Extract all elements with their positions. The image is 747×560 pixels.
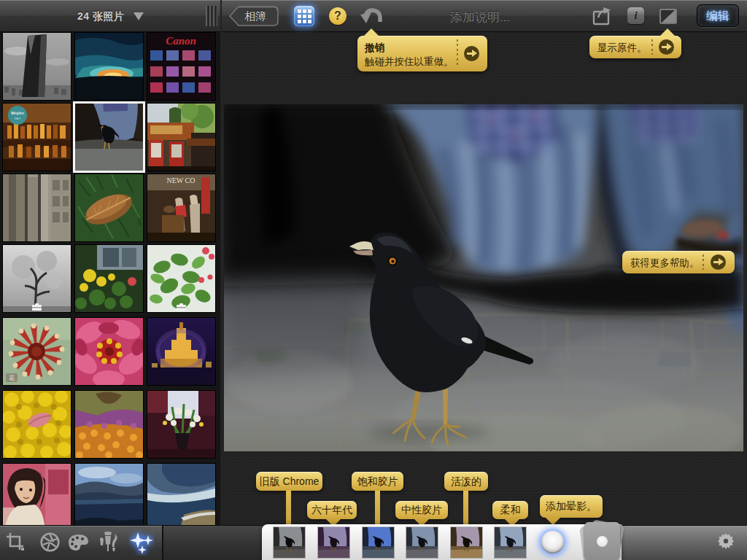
svg-text:Mojito: Mojito: [11, 111, 24, 115]
svg-text:NEW CO: NEW CO: [167, 176, 196, 184]
svg-text:BAR: BAR: [15, 117, 20, 120]
svg-text:花: 花: [9, 375, 15, 381]
svg-text:Canon: Canon: [166, 35, 196, 47]
